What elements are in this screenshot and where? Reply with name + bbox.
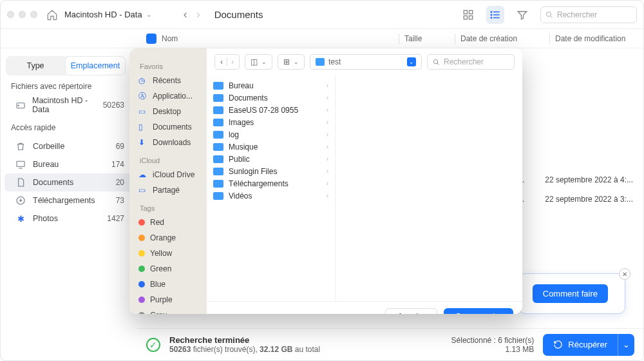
folder-row[interactable]: Public› — [207, 153, 335, 165]
trash-icon — [15, 141, 26, 151]
tag-dot-icon — [138, 266, 145, 272]
icloud-header: iCloud — [140, 157, 203, 164]
nav-forward-button[interactable]: › — [196, 8, 200, 21]
dialog-path-selector[interactable]: test ⌄ — [310, 54, 422, 70]
folder-icon — [213, 119, 223, 126]
fav-recents[interactable]: ◷Récents — [133, 73, 203, 88]
window-controls[interactable] — [7, 11, 37, 18]
folder-icon — [213, 180, 223, 188]
svg-rect-2 — [464, 15, 467, 19]
chevron-right-icon: › — [327, 82, 328, 89]
breadcrumb: Documents — [214, 9, 263, 20]
tag-purple[interactable]: Purple — [133, 292, 203, 307]
cloud-icon: ☁ — [138, 170, 147, 179]
clock-icon: ◷ — [138, 76, 147, 85]
svg-point-9 — [491, 17, 492, 18]
fav-downloads[interactable]: ⬇Downloads — [133, 135, 203, 150]
dialog-search-input[interactable]: Rechercher — [427, 54, 515, 70]
folder-row[interactable]: EaseUS 07-28 0955› — [207, 104, 335, 116]
volume-label: Macintosh HD - Data — [32, 96, 103, 114]
save-button[interactable]: Sauvegarder — [444, 308, 513, 315]
recover-button[interactable]: Récupérer — [543, 334, 618, 356]
dir-caption: Fichiers avec répertoire — [11, 82, 137, 91]
tag-orange[interactable]: Orange — [133, 230, 203, 246]
recover-split-button[interactable]: ⌄ — [618, 334, 634, 356]
folder-row[interactable]: Musique› — [207, 141, 335, 153]
col-modified[interactable]: Date de modification — [555, 34, 625, 43]
chevron-right-icon: › — [327, 180, 328, 187]
dialog-sidebar: Favoris ◷Récents ⒶApplicatio... ▭Desktop… — [129, 48, 207, 314]
search-icon — [545, 11, 553, 19]
dialog-column-1: Bureau›Documents›EaseUS 07-28 0955›Image… — [207, 75, 336, 301]
selected-size: 1.13 MB — [451, 345, 535, 354]
svg-point-10 — [547, 12, 551, 16]
fav-desktop[interactable]: ▭Desktop — [133, 104, 203, 119]
document-icon: ▯ — [138, 122, 147, 132]
dialog-footer: Annuler Sauvegarder — [207, 301, 522, 314]
table-row[interactable]: à... 22 septembre 2022 à 3:... — [514, 190, 633, 208]
tag-red[interactable]: Red — [133, 215, 203, 230]
icloud-drive[interactable]: ☁iCloud Drive — [133, 167, 203, 182]
nav-back-button[interactable]: ‹ — [184, 8, 187, 21]
quick-caption: Accès rapide — [11, 123, 137, 132]
folder-row[interactable]: log› — [207, 128, 335, 141]
tag-dot-icon — [138, 250, 145, 257]
chevron-right-icon: › — [327, 143, 328, 150]
help-button[interactable]: Comment faire — [533, 284, 608, 303]
tag-green[interactable]: Green — [133, 261, 203, 277]
folder-row[interactable]: Vidéos› — [207, 190, 335, 202]
folder-row[interactable]: Bureau› — [207, 79, 335, 92]
table-row[interactable]: 13... 22 septembre 2022 à 4:... — [509, 171, 633, 189]
status-bar: ✓ Recherche terminée 50263 fichier(s) tr… — [137, 328, 643, 360]
tab-type[interactable]: Type — [6, 56, 65, 75]
sidebar-item-desktop[interactable]: Bureau174 — [5, 155, 133, 173]
dialog-toolbar: ‹› ◫⌄ ⊞⌄ test ⌄ Rechercher — [207, 48, 522, 75]
dialog-path: test — [328, 57, 341, 66]
sidebar-item-photos[interactable]: ✱ Photos1427 — [5, 210, 133, 228]
tab-location[interactable]: Emplacement — [65, 56, 126, 75]
col-name[interactable]: Nom — [162, 34, 393, 43]
folder-row[interactable]: Téléchargements› — [207, 177, 335, 190]
chevron-right-icon: › — [327, 131, 328, 138]
list-view-button[interactable] — [486, 6, 504, 24]
sidebar-tabs: Type Emplacement — [6, 56, 126, 75]
chevron-down-icon: ⌄ — [146, 11, 151, 18]
folder-icon — [213, 94, 223, 102]
fav-documents[interactable]: ▯Documents — [133, 119, 203, 135]
cancel-button[interactable]: Annuler — [385, 308, 437, 315]
folder-row[interactable]: Documents› — [207, 92, 335, 104]
grid-view-button[interactable] — [459, 6, 477, 24]
icloud-shared[interactable]: ▭Partagé — [133, 182, 203, 198]
col-created[interactable]: Date de création — [460, 34, 544, 43]
status-title: Recherche terminée — [169, 335, 320, 345]
filter-button[interactable] — [513, 6, 531, 24]
selected-count: Sélectionné : 6 fichier(s) — [451, 336, 535, 345]
dialog-view-grid[interactable]: ⊞⌄ — [278, 54, 305, 70]
tag-blue[interactable]: Blue — [133, 277, 203, 292]
tag-gray[interactable]: Gray — [133, 307, 203, 314]
folder-icon — [213, 168, 223, 175]
apps-icon: Ⓐ — [138, 91, 147, 102]
dialog-column-2 — [336, 75, 522, 301]
dialog-nav-arrows[interactable]: ‹› — [214, 54, 240, 70]
col-size[interactable]: Taille — [404, 34, 450, 43]
help-popover: Comment faire ✕ — [519, 273, 625, 314]
sidebar-item-trash[interactable]: Corbeille69 — [5, 137, 133, 155]
dialog-view-columns[interactable]: ◫⌄ — [245, 54, 272, 70]
tag-yellow[interactable]: Yellow — [133, 246, 203, 261]
tag-dot-icon — [138, 312, 145, 314]
search-input[interactable]: Rechercher — [540, 6, 637, 23]
sidebar-item-documents[interactable]: Documents20 — [5, 173, 133, 191]
check-icon: ✓ — [146, 338, 160, 352]
folder-row[interactable]: Sunlogin Files› — [207, 165, 335, 177]
sidebar-item-downloads[interactable]: Téléchargements73 — [5, 191, 133, 210]
volume-label: Macintosh HD - Data — [64, 10, 142, 19]
chevron-right-icon: › — [327, 94, 328, 101]
tag-dot-icon — [138, 297, 145, 303]
fav-applications[interactable]: ⒶApplicatio... — [133, 88, 203, 104]
document-icon — [15, 177, 26, 188]
folder-row[interactable]: Images› — [207, 116, 335, 128]
volume-selector[interactable]: Macintosh HD - Data ⌄ — [64, 10, 151, 19]
volume-row[interactable]: Macintosh HD - Data 50263 — [5, 96, 133, 114]
close-icon[interactable]: ✕ — [619, 268, 630, 280]
